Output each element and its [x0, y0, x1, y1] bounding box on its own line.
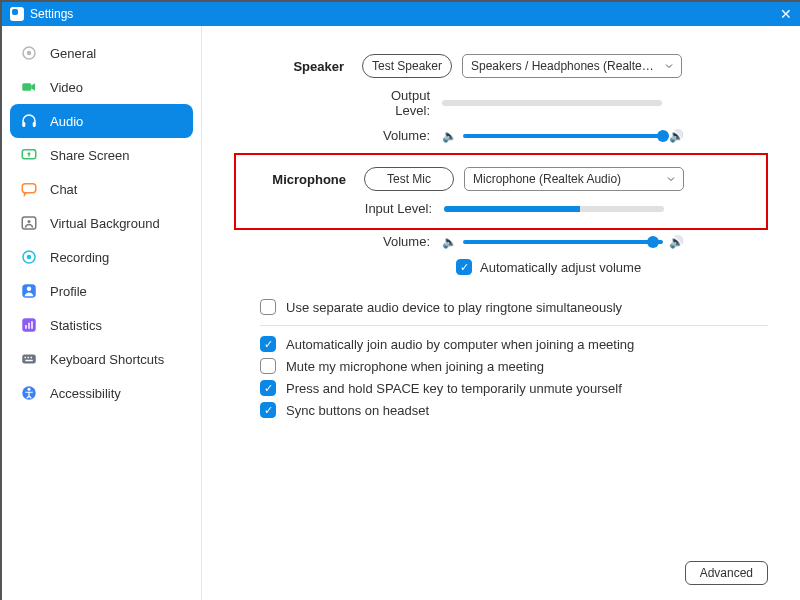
sidebar-item-virtual-background[interactable]: Virtual Background — [10, 206, 193, 240]
mic-device-value: Microphone (Realtek Audio) — [473, 172, 621, 186]
sidebar-item-chat[interactable]: Chat — [10, 172, 193, 206]
svg-point-1 — [27, 51, 32, 56]
svg-rect-18 — [25, 357, 27, 359]
recording-icon — [20, 248, 38, 266]
speaker-volume-slider[interactable] — [463, 134, 663, 138]
speaker-output-meter — [442, 100, 662, 106]
svg-rect-15 — [28, 323, 30, 329]
svg-rect-16 — [31, 321, 33, 329]
mic-volume-slider[interactable] — [463, 240, 663, 244]
mic-device-select[interactable]: Microphone (Realtek Audio) — [464, 167, 684, 191]
sidebar-item-profile[interactable]: Profile — [10, 274, 193, 308]
profile-icon — [20, 282, 38, 300]
chat-icon — [20, 180, 38, 198]
sidebar-item-label: Audio — [50, 114, 83, 129]
mic-input-meter — [444, 206, 664, 212]
speaker-device-value: Speakers / Headphones (Realtek … — [471, 59, 663, 73]
mute-on-join-label: Mute my microphone when joining a meetin… — [286, 359, 544, 374]
sidebar-item-label: Profile — [50, 284, 87, 299]
sidebar-item-general[interactable]: General — [10, 36, 193, 70]
sidebar: General Video Audio Share Screen Chat Vi… — [2, 26, 202, 600]
svg-point-23 — [28, 388, 31, 391]
close-icon[interactable]: ✕ — [780, 6, 792, 22]
sidebar-item-label: Virtual Background — [50, 216, 160, 231]
advanced-button[interactable]: Advanced — [685, 561, 768, 585]
sidebar-item-video[interactable]: Video — [10, 70, 193, 104]
volume-high-icon: 🔊 — [669, 235, 684, 249]
sidebar-item-label: Recording — [50, 250, 109, 265]
mic-volume-label: Volume: — [362, 234, 442, 249]
input-level-label: Input Level: — [364, 201, 444, 216]
sidebar-item-label: Chat — [50, 182, 77, 197]
auto-join-audio-label: Automatically join audio by computer whe… — [286, 337, 634, 352]
sidebar-item-statistics[interactable]: Statistics — [10, 308, 193, 342]
svg-point-12 — [27, 287, 32, 292]
sync-headset-checkbox[interactable]: ✓ — [260, 402, 276, 418]
svg-rect-19 — [28, 357, 30, 359]
keyboard-icon — [20, 350, 38, 368]
sidebar-item-share-screen[interactable]: Share Screen — [10, 138, 193, 172]
sidebar-item-label: Keyboard Shortcuts — [50, 352, 164, 367]
svg-rect-3 — [22, 122, 25, 127]
headphones-icon — [20, 112, 38, 130]
sidebar-item-label: Video — [50, 80, 83, 95]
volume-low-icon: 🔈 — [442, 235, 457, 249]
content-audio: Speaker Test Speaker Speakers / Headphon… — [202, 26, 800, 600]
volume-low-icon: 🔈 — [442, 129, 457, 143]
sidebar-item-accessibility[interactable]: Accessibility — [10, 376, 193, 410]
chevron-down-icon — [665, 173, 677, 185]
svg-rect-4 — [33, 122, 36, 127]
speaker-heading: Speaker — [234, 59, 362, 74]
divider — [260, 325, 768, 326]
svg-rect-21 — [25, 360, 33, 362]
speaker-device-select[interactable]: Speakers / Headphones (Realtek … — [462, 54, 682, 78]
svg-point-8 — [28, 220, 31, 223]
sidebar-item-label: Statistics — [50, 318, 102, 333]
svg-rect-6 — [22, 184, 36, 193]
virtual-bg-icon — [20, 214, 38, 232]
ringtone-device-checkbox[interactable] — [260, 299, 276, 315]
mic-input-meter-fill — [444, 206, 580, 212]
sidebar-item-label: Share Screen — [50, 148, 130, 163]
microphone-heading: Microphone — [236, 172, 364, 187]
app-icon — [10, 7, 24, 21]
volume-high-icon: 🔊 — [669, 129, 684, 143]
sidebar-item-recording[interactable]: Recording — [10, 240, 193, 274]
sidebar-item-audio[interactable]: Audio — [10, 104, 193, 138]
svg-rect-14 — [25, 325, 27, 329]
share-screen-icon — [20, 146, 38, 164]
sync-headset-label: Sync buttons on headset — [286, 403, 429, 418]
auto-adjust-volume-checkbox[interactable]: ✓ — [456, 259, 472, 275]
space-unmute-label: Press and hold SPACE key to temporarily … — [286, 381, 622, 396]
output-level-label: Output Level: — [362, 88, 442, 118]
sidebar-item-keyboard-shortcuts[interactable]: Keyboard Shortcuts — [10, 342, 193, 376]
microphone-highlight: Microphone Test Mic Microphone (Realtek … — [234, 153, 768, 230]
chevron-down-icon — [663, 60, 675, 72]
svg-rect-17 — [22, 355, 36, 364]
mute-on-join-checkbox[interactable] — [260, 358, 276, 374]
svg-point-10 — [27, 255, 32, 260]
ringtone-device-label: Use separate audio device to play ringto… — [286, 300, 622, 315]
auto-join-audio-checkbox[interactable]: ✓ — [260, 336, 276, 352]
speaker-volume-label: Volume: — [362, 128, 442, 143]
test-mic-button[interactable]: Test Mic — [364, 167, 454, 191]
window-title: Settings — [30, 7, 73, 21]
svg-rect-2 — [22, 83, 31, 91]
sidebar-item-label: General — [50, 46, 96, 61]
statistics-icon — [20, 316, 38, 334]
sidebar-item-label: Accessibility — [50, 386, 121, 401]
gear-icon — [20, 44, 38, 62]
test-speaker-button[interactable]: Test Speaker — [362, 54, 452, 78]
svg-rect-20 — [31, 357, 33, 359]
accessibility-icon — [20, 384, 38, 402]
video-icon — [20, 78, 38, 96]
titlebar: Settings ✕ — [2, 2, 800, 26]
space-unmute-checkbox[interactable]: ✓ — [260, 380, 276, 396]
auto-adjust-volume-label: Automatically adjust volume — [480, 260, 641, 275]
